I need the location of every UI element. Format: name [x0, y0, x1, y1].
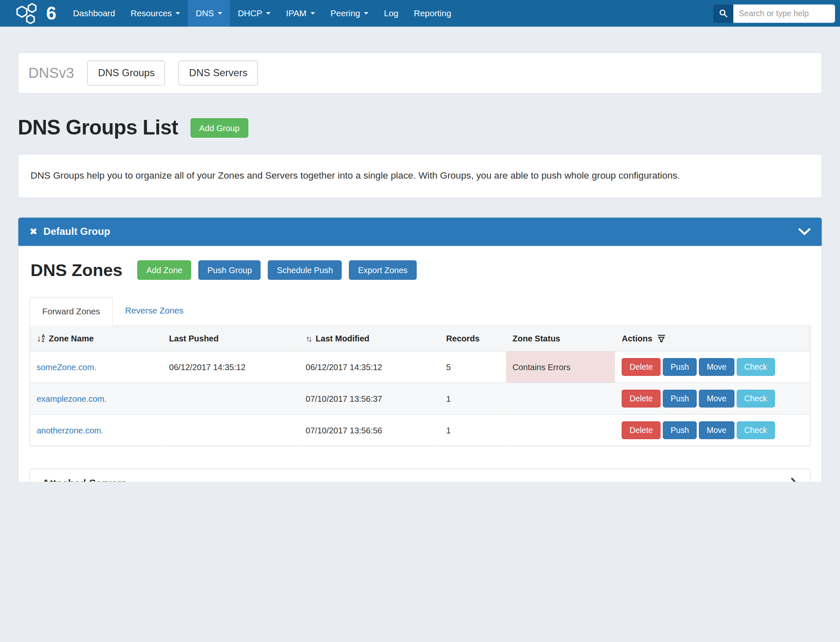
- table-row: someZone.com. 06/12/2017 14:35:12 06/12/…: [30, 351, 810, 383]
- push-button[interactable]: Push: [663, 390, 697, 408]
- page: 6 Dashboard Resources DNS DHCP IPAM Peer…: [0, 0, 840, 482]
- delete-button[interactable]: Delete: [622, 390, 660, 408]
- actions-cell: DeletePushMoveCheck: [615, 351, 810, 383]
- dns-groups-button[interactable]: DNS Groups: [88, 60, 165, 85]
- remove-group-icon[interactable]: ✖: [30, 227, 38, 236]
- page-title-row: DNS Groups List Add Group: [18, 116, 822, 139]
- col-actions: Actions: [615, 326, 810, 351]
- nav-resources[interactable]: Resources: [123, 0, 188, 27]
- zone-status-cell: Contains Errors: [506, 351, 615, 383]
- nav-ipam[interactable]: IPAM: [278, 0, 322, 27]
- zone-link[interactable]: anotherzone.com.: [37, 426, 103, 435]
- last-pushed-cell: [162, 415, 299, 446]
- zone-status-cell: [506, 383, 615, 415]
- search-button[interactable]: [713, 4, 733, 22]
- brand-logo[interactable]: 6: [0, 0, 65, 27]
- check-button[interactable]: Check: [737, 421, 775, 439]
- nav-label: IPAM: [286, 8, 307, 18]
- last-pushed-cell: [162, 383, 299, 415]
- records-cell: 5: [440, 351, 506, 383]
- dnsv3-label: DNSv3: [28, 65, 74, 82]
- move-button[interactable]: Move: [699, 358, 735, 376]
- zone-tabs: Forward Zones Reverse Zones: [30, 297, 811, 326]
- last-modified-cell: 07/10/2017 13:56:56: [299, 415, 440, 446]
- nav-log[interactable]: Log: [376, 0, 406, 27]
- group-title: Default Group: [43, 226, 110, 237]
- section-attached-servers[interactable]: Attached Servers: [30, 469, 811, 482]
- move-button[interactable]: Move: [699, 421, 735, 439]
- main-content: DNSv3 DNS Groups DNS Servers DNS Groups …: [18, 52, 822, 482]
- dns-context-bar: DNSv3 DNS Groups DNS Servers: [18, 52, 822, 94]
- table-row: examplezone.com. 07/10/2017 13:56:37 1 D…: [30, 383, 810, 415]
- zones-table: ↓AZ Zone Name Last Pushed ↑↓ Last Modifi…: [30, 326, 811, 446]
- export-zones-button[interactable]: Export Zones: [349, 261, 417, 280]
- chevron-right-icon: [790, 478, 798, 482]
- nav-label: Reporting: [414, 8, 451, 18]
- col-records[interactable]: Records: [440, 326, 506, 351]
- caret-down-icon: [176, 12, 180, 14]
- sort-icon[interactable]: ↑↓: [306, 333, 312, 343]
- actions-cell: DeletePushMoveCheck: [615, 415, 810, 446]
- zone-link[interactable]: examplezone.com.: [37, 394, 107, 403]
- search-input[interactable]: [733, 4, 835, 22]
- zone-status-cell: [506, 415, 615, 446]
- header-label: Records: [446, 333, 480, 343]
- push-button[interactable]: Push: [663, 421, 697, 439]
- delete-button[interactable]: Delete: [622, 358, 660, 376]
- last-modified-cell: 06/12/2017 14:35:12: [299, 351, 440, 383]
- caret-down-icon: [364, 12, 368, 14]
- header-label: Last Pushed: [169, 333, 219, 343]
- nav-menu: Dashboard Resources DNS DHCP IPAM Peerin…: [65, 0, 459, 27]
- move-button[interactable]: Move: [699, 390, 735, 408]
- page-title: DNS Groups List: [18, 116, 178, 139]
- nav-label: Peering: [330, 8, 360, 18]
- header-label: Actions: [622, 333, 652, 343]
- header-label: Zone Name: [49, 334, 94, 343]
- global-search: [713, 4, 835, 22]
- tab-forward-zones[interactable]: Forward Zones: [30, 297, 113, 326]
- brand-six-label: 6: [46, 4, 56, 22]
- push-button[interactable]: Push: [663, 358, 697, 376]
- col-zone-status[interactable]: Zone Status: [506, 326, 615, 351]
- col-zone-name[interactable]: ↓AZ Zone Name: [30, 326, 162, 351]
- nav-reporting[interactable]: Reporting: [406, 0, 459, 27]
- col-last-modified[interactable]: ↑↓ Last Modified: [299, 326, 440, 351]
- dns-zones-heading: DNS Zones: [30, 260, 122, 280]
- add-zone-button[interactable]: Add Zone: [138, 261, 191, 280]
- description-text: DNS Groups help you to organize all of y…: [30, 168, 808, 184]
- nav-label: DHCP: [238, 8, 262, 18]
- default-group-panel: ✖ Default Group DNS Zones Add Zone Push …: [18, 217, 822, 482]
- last-pushed-cell: 06/12/2017 14:35:12: [162, 351, 299, 383]
- nav-label: Dashboard: [73, 8, 115, 18]
- group-panel-body: DNS Zones Add Zone Push Group Schedule P…: [18, 246, 822, 482]
- table-row: anotherzone.com. 07/10/2017 13:56:56 1 D…: [30, 415, 810, 446]
- delete-button[interactable]: Delete: [622, 421, 660, 439]
- actions-cell: DeletePushMoveCheck: [615, 383, 810, 415]
- check-button[interactable]: Check: [737, 358, 775, 376]
- group-panel-header[interactable]: ✖ Default Group: [18, 217, 822, 246]
- filter-icon[interactable]: [657, 333, 666, 343]
- add-group-button[interactable]: Add Group: [190, 118, 248, 137]
- description-card: DNS Groups help you to organize all of y…: [18, 154, 822, 198]
- top-navbar: 6 Dashboard Resources DNS DHCP IPAM Peer…: [0, 0, 840, 27]
- search-icon: [719, 9, 728, 17]
- schedule-push-button[interactable]: Schedule Push: [268, 261, 342, 280]
- sort-alpha-icon[interactable]: ↓AZ: [37, 334, 45, 343]
- dns-servers-button[interactable]: DNS Servers: [179, 60, 258, 85]
- caret-down-icon: [266, 12, 271, 14]
- nav-dashboard[interactable]: Dashboard: [65, 0, 122, 27]
- nav-dhcp[interactable]: DHCP: [230, 0, 278, 27]
- col-last-pushed[interactable]: Last Pushed: [162, 326, 299, 351]
- records-cell: 1: [440, 383, 506, 415]
- zone-link[interactable]: someZone.com.: [37, 362, 96, 372]
- nav-dns[interactable]: DNS: [188, 0, 230, 27]
- collapse-toggle[interactable]: [798, 228, 810, 235]
- check-button[interactable]: Check: [737, 390, 775, 408]
- nav-peering[interactable]: Peering: [322, 0, 376, 27]
- tab-reverse-zones[interactable]: Reverse Zones: [113, 297, 196, 325]
- nav-label: Log: [384, 8, 398, 18]
- header-label: Zone Status: [512, 333, 560, 343]
- push-group-button[interactable]: Push Group: [199, 261, 261, 280]
- section-label: Attached Servers: [42, 478, 127, 482]
- last-modified-cell: 07/10/2017 13:56:37: [299, 383, 440, 415]
